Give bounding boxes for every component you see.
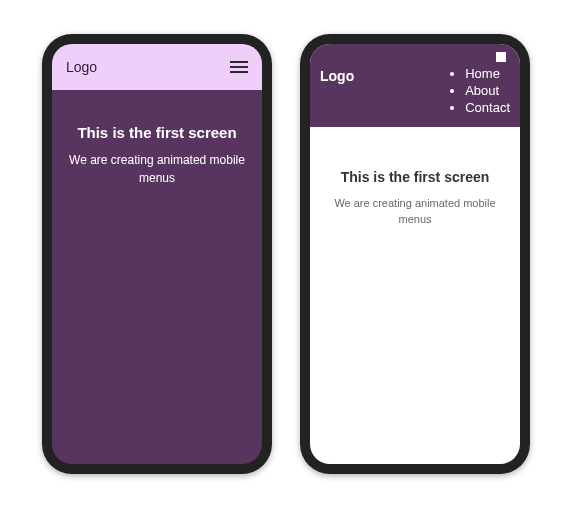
menu-expanded: Home About Contact [451,52,510,117]
close-menu-icon[interactable] [496,52,506,62]
phone2-headline: This is the first screen [326,169,504,185]
phone-mockup-2: Logo Home About Contact This is the firs… [300,34,530,474]
nav-item-contact[interactable]: Contact [465,100,510,117]
phone1-content: This is the first screen We are creating… [52,90,262,187]
phone2-screen: Logo Home About Contact This is the firs… [310,44,520,464]
phone1-header: Logo [52,44,262,90]
phone1-subline: We are creating animated mobile menus [68,151,246,187]
phone2-header: Logo Home About Contact [310,44,520,127]
phone2-logo: Logo [320,68,354,84]
phone1-logo: Logo [66,59,97,75]
nav-menu: Home About Contact [451,66,510,117]
nav-item-home[interactable]: Home [465,66,510,83]
phone1-headline: This is the first screen [68,124,246,141]
nav-item-about[interactable]: About [465,83,510,100]
phone-mockup-1: Logo This is the first screen We are cre… [42,34,272,474]
hamburger-menu-icon[interactable] [230,61,248,73]
phone2-content: This is the first screen We are creating… [310,127,520,228]
phone1-screen: Logo This is the first screen We are cre… [52,44,262,464]
phone2-subline: We are creating animated mobile menus [326,195,504,228]
